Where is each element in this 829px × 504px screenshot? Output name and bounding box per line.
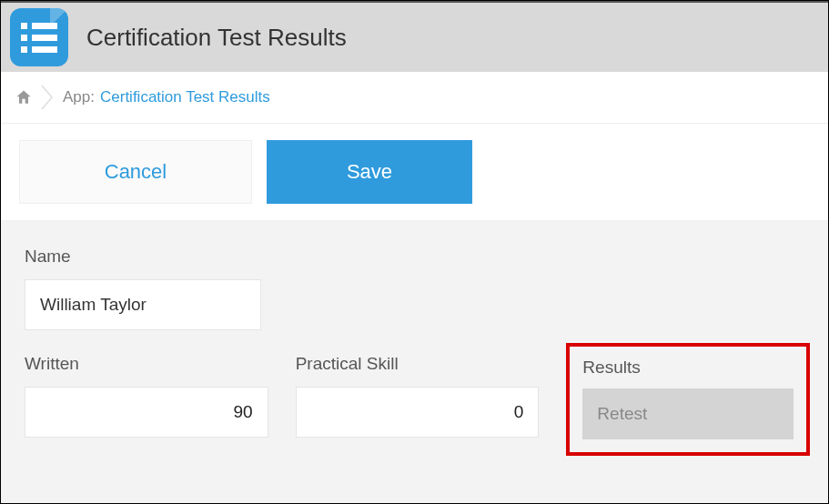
breadcrumb-app-link[interactable]: Certification Test Results [100,88,270,106]
action-bar: Cancel Save [1,124,828,221]
practical-field-group: Practical Skill 0 [296,354,540,456]
breadcrumb-app-label: App: [63,88,95,106]
chevron-right-icon [41,85,54,110]
name-field-group: Name William Taylor [25,247,261,330]
practical-label: Practical Skill [296,354,540,374]
app-header: Certification Test Results [1,1,828,72]
practical-input[interactable]: 0 [296,387,540,438]
name-input[interactable]: William Taylor [25,279,261,330]
written-label: Written [25,354,268,374]
page-title: Certification Test Results [86,24,347,52]
breadcrumb: App: Certification Test Results [1,72,828,124]
save-button[interactable]: Save [267,140,472,204]
results-label: Results [582,358,794,378]
name-label: Name [25,247,261,267]
written-input[interactable]: 90 [25,387,268,438]
results-field-group: Results Retest [566,354,810,456]
cancel-button[interactable]: Cancel [19,140,252,204]
results-highlight-box: Results Retest [566,343,810,456]
app-list-icon [10,8,68,66]
results-output: Retest [582,388,794,439]
scores-row: Written 90 Practical Skill 0 Results Ret… [25,354,810,456]
home-icon[interactable] [14,87,34,107]
written-field-group: Written 90 [25,354,268,456]
form-area: Name William Taylor Written 90 Practical… [1,221,828,504]
